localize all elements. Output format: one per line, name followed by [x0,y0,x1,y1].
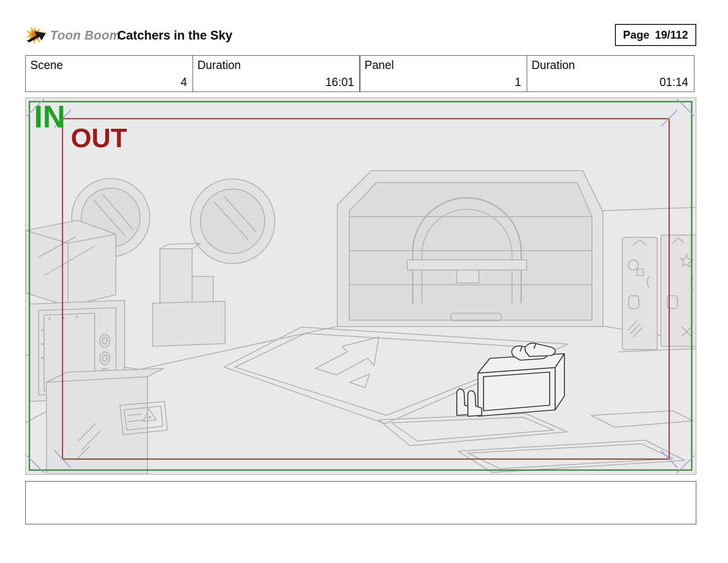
lockers [619,235,695,352]
storyboard-sketch [26,98,695,474]
toonboom-logo-icon [25,25,46,46]
camera-out-label: OUT [71,125,127,151]
scene-duration-cell: Duration 16:01 [193,55,360,92]
storyboard-panel: IN OUT [25,98,696,475]
glass-case [26,220,116,306]
panel-cell: Panel 1 [359,55,527,92]
gift-crate-and-boots [457,343,564,416]
scene-label: Scene [30,58,63,72]
project-title: Catchers in the Sky [117,29,233,43]
scene-duration-label: Duration [198,58,241,72]
panel-duration-label: Duration [532,58,575,72]
panel-duration-value: 01:14 [660,75,688,89]
page-value: 19/112 [655,29,688,41]
page-label: Page [623,29,649,41]
storyboard-page: Toon Boom Catchers in the Sky Page 19/11… [0,0,728,563]
scene-value: 4 [181,75,187,89]
porthole-right [190,179,275,264]
brand-text: Toon Boom [50,29,120,43]
scene-duration-value: 16:01 [325,75,354,89]
hangar-door [337,171,603,327]
panel-label: Panel [364,58,394,72]
shipping-crate [46,368,167,474]
floor-rugs [379,411,693,472]
caption-box [25,481,696,524]
panel-value: 1 [515,75,521,89]
panel-duration-cell: Duration 01:14 [527,55,694,92]
info-table: Scene 4 Duration 16:01 Panel 1 Duration … [25,55,696,92]
scene-cell: Scene 4 [25,55,193,92]
page-number-box: Page 19/112 [615,24,696,46]
header: Toon Boom Catchers in the Sky Page 19/11… [25,24,703,48]
camera-in-label: IN [34,101,65,132]
